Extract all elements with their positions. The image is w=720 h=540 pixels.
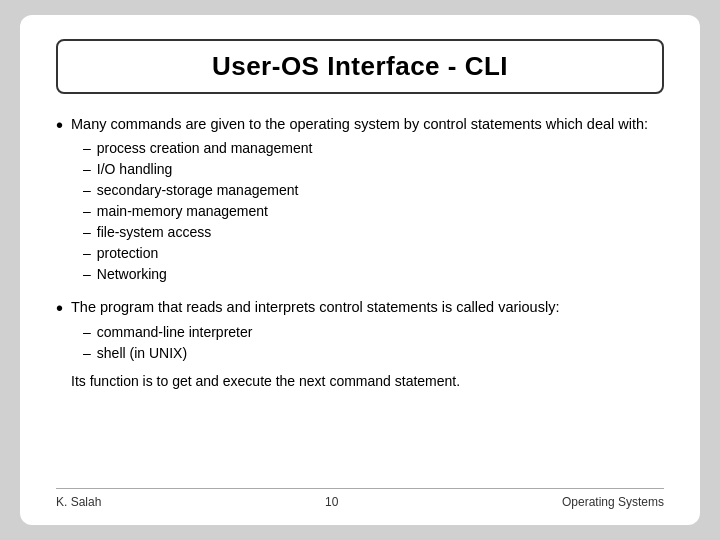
bullet-dot-2: • [56, 295, 63, 321]
dash-icon: – [83, 159, 91, 180]
dash-icon: – [83, 264, 91, 285]
sub-item-text: main-memory management [97, 201, 268, 222]
dash-icon: – [83, 222, 91, 243]
bullet-main-1: Many commands are given to the operating… [71, 114, 664, 134]
dash-icon: – [83, 201, 91, 222]
its-function-text: Its function is to get and execute the n… [71, 372, 664, 392]
list-item: – shell (in UNIX) [83, 343, 664, 364]
sub-item-text: Networking [97, 264, 167, 285]
bullet-item-1: • Many commands are given to the operati… [56, 114, 664, 285]
list-item: – I/O handling [83, 159, 664, 180]
bullet-item-2: • The program that reads and interprets … [56, 297, 664, 391]
list-item: – file-system access [83, 222, 664, 243]
slide-footer: K. Salah 10 Operating Systems [56, 488, 664, 509]
title-box: User-OS Interface - CLI [56, 39, 664, 94]
sub-list-1: – process creation and management – I/O … [83, 138, 664, 285]
sub-item-text: I/O handling [97, 159, 173, 180]
bullet-dot-1: • [56, 112, 63, 138]
bullet-main-2: The program that reads and interprets co… [71, 297, 664, 317]
sub-list-2: – command-line interpreter – shell (in U… [83, 322, 664, 364]
list-item: – main-memory management [83, 201, 664, 222]
dash-icon: – [83, 343, 91, 364]
sub-item-text: secondary-storage management [97, 180, 299, 201]
slide-content: • Many commands are given to the operati… [56, 114, 664, 480]
bullet-content-1: Many commands are given to the operating… [71, 114, 664, 285]
footer-author: K. Salah [56, 495, 101, 509]
sub-item-text: process creation and management [97, 138, 313, 159]
sub-item-text: file-system access [97, 222, 211, 243]
dash-icon: – [83, 180, 91, 201]
slide-title: User-OS Interface - CLI [212, 51, 508, 81]
list-item: – Networking [83, 264, 664, 285]
list-item: – command-line interpreter [83, 322, 664, 343]
list-item: – secondary-storage management [83, 180, 664, 201]
dash-icon: – [83, 243, 91, 264]
sub-item-text: shell (in UNIX) [97, 343, 187, 364]
sub-item-text: protection [97, 243, 158, 264]
list-item: – protection [83, 243, 664, 264]
list-item: – process creation and management [83, 138, 664, 159]
footer-page: 10 [325, 495, 338, 509]
slide: User-OS Interface - CLI • Many commands … [20, 15, 700, 525]
sub-item-text: command-line interpreter [97, 322, 253, 343]
dash-icon: – [83, 138, 91, 159]
bullet-content-2: The program that reads and interprets co… [71, 297, 664, 391]
dash-icon: – [83, 322, 91, 343]
footer-course: Operating Systems [562, 495, 664, 509]
